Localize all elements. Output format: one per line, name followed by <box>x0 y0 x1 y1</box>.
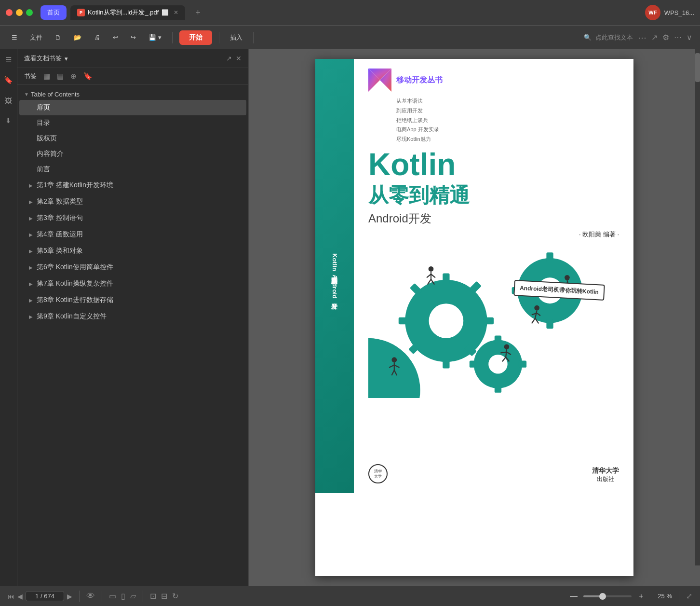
grid-view-icon[interactable]: ▦ <box>43 72 50 81</box>
new-button[interactable]: 🗋 <box>51 32 65 43</box>
sidebar-toolbar: 书签 ▦ ▤ ⊕ 🔖 <box>17 68 248 85</box>
bookmark-flag-icon[interactable]: 🔖 <box>83 72 93 81</box>
fullscreen-button[interactable]: ⤢ <box>686 592 692 601</box>
open-button[interactable]: 📂 <box>70 32 85 43</box>
toc-chapter-1[interactable]: ▶ 第1章 搭建Kotlin开发环境 <box>19 177 246 193</box>
zoom-in-button[interactable]: + <box>635 591 647 602</box>
bookmark-label: 书签 <box>24 72 37 81</box>
kotlin-logo <box>368 69 391 92</box>
menu-button[interactable]: ☰ <box>8 32 21 43</box>
publisher-label: 清华大学 <box>592 467 619 475</box>
rotate-icon[interactable]: ↻ <box>172 592 178 601</box>
more-options-icon[interactable]: ⋯ <box>638 32 646 43</box>
chapter-arrow-icon: ▶ <box>29 248 33 254</box>
main-toolbar: ☰ 文件 🗋 📂 🖨 ↩ ↪ 💾 ▾ 开始 插入 🔍 点此查找文本 ⋯ ↗ ⚙ … <box>0 25 700 49</box>
zoom-out-button[interactable]: — <box>568 591 579 602</box>
pdf-scrollbar[interactable] <box>695 49 700 565</box>
prev-page-button[interactable]: ◀ <box>17 592 23 600</box>
main-layout: ☰ 🔖 🖼 ⬇ 查看文档书签 ▾ ↗ ✕ 书签 ▦ ▤ ⊕ 🔖 ▼ <box>0 49 700 586</box>
toc-chapter-5[interactable]: ▶ 第5章 类和对象 <box>19 243 246 259</box>
toc-item-jianjie[interactable]: 内容简介 <box>19 146 246 162</box>
chapter-arrow-icon: ▶ <box>29 314 33 319</box>
next-page-button[interactable]: ▶ <box>67 592 72 600</box>
home-tab-label: 首页 <box>47 8 60 17</box>
maximize-button[interactable] <box>26 9 33 16</box>
publisher-sub: 出版社 <box>597 475 614 483</box>
svg-point-20 <box>488 355 507 373</box>
file-label: 文件 <box>30 33 42 42</box>
book-title-en: Kotlin <box>368 149 619 180</box>
toc-item-mulu[interactable]: 目录 <box>19 115 246 131</box>
expand-icon[interactable]: ∨ <box>687 33 692 42</box>
toc-item-qianyan[interactable]: 前言 <box>19 162 246 177</box>
pdf-scroll-area[interactable]: Kotlin 从零到精通 Android开发 <box>249 49 700 586</box>
minimize-button[interactable] <box>16 9 23 16</box>
toc-chapter-3[interactable]: ▶ 第3章 控制语句 <box>19 210 246 226</box>
page-input[interactable] <box>26 591 64 601</box>
start-button[interactable]: 开始 <box>179 30 212 45</box>
settings-icon[interactable]: ⚙ <box>662 33 669 42</box>
sidebar-toggle-icon[interactable]: ☰ <box>3 54 14 66</box>
zoom-slider-thumb[interactable] <box>599 593 606 600</box>
toc-chapter-4[interactable]: ▶ 第4章 函数运用 <box>19 226 246 243</box>
pdf-tab[interactable]: P Kotlin从零到...id开发_.pdf ⬜ ✕ <box>70 5 185 20</box>
save-button[interactable]: 💾 ▾ <box>145 32 165 43</box>
bookmarks-icon[interactable]: 🔖 <box>3 74 14 86</box>
page-navigation: ⏮ ◀ ▶ <box>8 591 72 601</box>
image-icon[interactable]: 🖼 <box>3 95 14 106</box>
close-sidebar-icon[interactable]: ✕ <box>236 55 242 62</box>
print-button[interactable]: 🖨 <box>90 32 104 43</box>
tab-close-icon[interactable]: ✕ <box>174 9 178 16</box>
first-page-button[interactable]: ⏮ <box>8 592 14 600</box>
svg-point-26 <box>429 266 434 272</box>
fit-page-icon[interactable]: ⊡ <box>150 592 156 601</box>
toc-item-feiiye[interactable]: 扉页 <box>19 100 246 115</box>
toc-chapter-8[interactable]: ▶ 第8章 Kotlin进行数据存储 <box>19 292 246 308</box>
home-tab[interactable]: 首页 <box>40 5 67 20</box>
svg-point-4 <box>429 303 464 338</box>
sidebar-header: 查看文档书签 ▾ ↗ ✕ <box>17 49 248 68</box>
toc-item-banquanye[interactable]: 版权页 <box>19 131 246 146</box>
toc-chapter-7[interactable]: ▶ 第7章 Kotlin操纵复杂控件 <box>19 275 246 292</box>
expand-sidebar-icon[interactable]: ↗ <box>226 55 232 62</box>
crop-icon[interactable]: ⊟ <box>161 592 167 601</box>
insert-button[interactable]: 插入 <box>226 31 246 44</box>
spine-text: Kotlin 从零到精通 Android开发 <box>330 253 339 299</box>
pdf-scrollbar-thumb[interactable] <box>695 53 700 82</box>
zoom-slider[interactable] <box>583 595 632 597</box>
save-icon: 💾 <box>148 34 156 41</box>
add-bookmark-icon[interactable]: ⊕ <box>70 72 77 81</box>
file-button[interactable]: 文件 <box>26 31 46 44</box>
series-label: 移动开发丛书 <box>396 75 443 85</box>
user-avatar: WF <box>645 5 660 20</box>
toc-tree: ▼ Table of Contents 扉页 目录 版权页 内容简介 前言 ▶ <box>17 85 248 586</box>
toc-chapter-2[interactable]: ▶ 第2章 数据类型 <box>19 193 246 210</box>
sidebar-header-icons: ↗ ✕ <box>226 55 242 62</box>
search-area: 🔍 点此查找文本 <box>584 33 633 42</box>
toolbar-right: ⋯ ↗ ⚙ ⋯ ∨ <box>638 32 692 43</box>
page-layout-icon-2[interactable]: ▯ <box>121 592 125 601</box>
publisher-logo-area: 清华大学 <box>368 464 388 483</box>
eye-icon[interactable]: 👁 <box>86 591 95 601</box>
pdf-page: Kotlin 从零到精通 Android开发 <box>315 59 633 576</box>
toc-chapter-9[interactable]: ▶ 第9章 Kotlin自定义控件 <box>19 308 246 325</box>
page-layout-icon-1[interactable]: ▭ <box>109 592 116 601</box>
download-icon[interactable]: ⬇ <box>3 115 14 126</box>
gear-illustration <box>368 244 619 398</box>
close-button[interactable] <box>6 9 13 16</box>
new-tab-button[interactable]: + <box>191 6 204 19</box>
page-layout-icon-3[interactable]: ▱ <box>130 592 136 601</box>
redo-button[interactable]: ↪ <box>127 32 140 43</box>
publisher-name-area: 清华大学 出版社 <box>592 467 619 483</box>
toc-root[interactable]: ▼ Table of Contents <box>17 89 248 100</box>
svg-line-29 <box>431 274 435 277</box>
overflow-icon[interactable]: ⋯ <box>674 33 682 42</box>
book-title-android: Android开发 <box>368 211 619 226</box>
sidebar-title-area[interactable]: 查看文档书签 ▾ <box>24 54 68 63</box>
undo-button[interactable]: ↩ <box>109 32 122 43</box>
share-icon[interactable]: ↗ <box>651 33 658 42</box>
svg-rect-22 <box>495 385 501 393</box>
toc-chapter-6[interactable]: ▶ 第6章 Kotlin使用简单控件 <box>19 259 246 275</box>
menu-icon: ☰ <box>12 34 17 41</box>
list-view-icon[interactable]: ▤ <box>57 72 64 81</box>
